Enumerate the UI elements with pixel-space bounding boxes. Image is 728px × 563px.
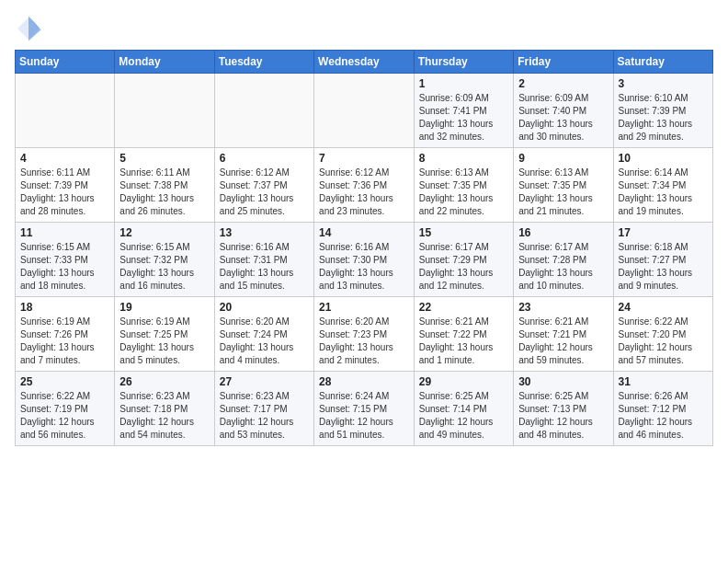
day-info: Sunrise: 6:16 AMSunset: 7:30 PMDaylight:… [319,241,409,293]
day-info: Sunrise: 6:23 AMSunset: 7:17 PMDaylight:… [220,390,309,442]
day-number: 25 [20,375,109,388]
calendar-header-friday: Friday [514,51,613,74]
calendar-cell [115,74,214,148]
day-number: 24 [619,301,709,314]
calendar-header-thursday: Thursday [414,51,513,74]
day-number: 12 [119,226,209,239]
day-info: Sunrise: 6:25 AMSunset: 7:13 PMDaylight:… [518,390,608,442]
calendar-cell: 6Sunrise: 6:12 AMSunset: 7:37 PMDaylight… [214,148,313,223]
calendar-cell: 21Sunrise: 6:20 AMSunset: 7:23 PMDayligh… [314,297,415,372]
day-info: Sunrise: 6:21 AMSunset: 7:22 PMDaylight:… [419,316,508,367]
day-info: Sunrise: 6:14 AMSunset: 7:34 PMDaylight:… [619,167,709,218]
calendar-cell: 15Sunrise: 6:17 AMSunset: 7:29 PMDayligh… [414,223,513,297]
calendar-cell: 5Sunrise: 6:11 AMSunset: 7:38 PMDaylight… [115,148,214,223]
calendar-week-row: 1Sunrise: 6:09 AMSunset: 7:41 PMDaylight… [16,74,713,148]
page-header [15,15,713,42]
calendar-cell: 31Sunrise: 6:26 AMSunset: 7:12 PMDayligh… [613,372,713,446]
day-info: Sunrise: 6:17 AMSunset: 7:29 PMDaylight:… [419,241,508,293]
day-info: Sunrise: 6:11 AMSunset: 7:39 PMDaylight:… [20,167,109,218]
day-number: 20 [220,301,309,314]
day-info: Sunrise: 6:23 AMSunset: 7:18 PMDaylight:… [119,390,209,442]
day-number: 30 [518,375,608,388]
day-info: Sunrise: 6:13 AMSunset: 7:35 PMDaylight:… [419,167,508,218]
calendar-cell: 8Sunrise: 6:13 AMSunset: 7:35 PMDaylight… [414,148,513,223]
day-info: Sunrise: 6:15 AMSunset: 7:32 PMDaylight:… [119,241,209,293]
calendar-cell: 10Sunrise: 6:14 AMSunset: 7:34 PMDayligh… [613,148,713,223]
calendar-cell: 19Sunrise: 6:19 AMSunset: 7:25 PMDayligh… [115,297,214,372]
calendar-cell: 23Sunrise: 6:21 AMSunset: 7:21 PMDayligh… [514,297,613,372]
day-number: 28 [319,375,409,388]
calendar-header-tuesday: Tuesday [214,51,313,74]
day-number: 3 [619,77,709,90]
day-info: Sunrise: 6:24 AMSunset: 7:15 PMDaylight:… [319,390,409,442]
day-info: Sunrise: 6:11 AMSunset: 7:38 PMDaylight:… [119,167,209,218]
calendar-cell: 2Sunrise: 6:09 AMSunset: 7:40 PMDaylight… [514,74,613,148]
calendar-header-wednesday: Wednesday [314,51,415,74]
calendar-cell: 12Sunrise: 6:15 AMSunset: 7:32 PMDayligh… [115,223,214,297]
day-number: 31 [619,375,709,388]
calendar-cell: 25Sunrise: 6:22 AMSunset: 7:19 PMDayligh… [16,372,115,446]
day-info: Sunrise: 6:20 AMSunset: 7:23 PMDaylight:… [319,316,409,367]
day-info: Sunrise: 6:17 AMSunset: 7:28 PMDaylight:… [518,241,608,293]
calendar-header-monday: Monday [115,51,214,74]
calendar-cell: 26Sunrise: 6:23 AMSunset: 7:18 PMDayligh… [115,372,214,446]
day-info: Sunrise: 6:22 AMSunset: 7:19 PMDaylight:… [20,390,109,442]
day-info: Sunrise: 6:12 AMSunset: 7:37 PMDaylight:… [220,167,309,218]
calendar-cell: 27Sunrise: 6:23 AMSunset: 7:17 PMDayligh… [214,372,313,446]
day-number: 18 [20,301,109,314]
day-number: 16 [518,226,608,239]
calendar-cell: 16Sunrise: 6:17 AMSunset: 7:28 PMDayligh… [514,223,613,297]
calendar-cell: 28Sunrise: 6:24 AMSunset: 7:15 PMDayligh… [314,372,415,446]
day-number: 7 [319,152,409,165]
calendar-cell [16,74,115,148]
day-number: 13 [220,226,309,239]
day-info: Sunrise: 6:09 AMSunset: 7:41 PMDaylight:… [419,92,508,144]
day-number: 2 [518,77,608,90]
calendar-cell: 17Sunrise: 6:18 AMSunset: 7:27 PMDayligh… [613,223,713,297]
logo [15,15,46,42]
calendar-cell: 20Sunrise: 6:20 AMSunset: 7:24 PMDayligh… [214,297,313,372]
day-number: 23 [518,301,608,314]
day-info: Sunrise: 6:16 AMSunset: 7:31 PMDaylight:… [220,241,309,293]
day-number: 26 [119,375,209,388]
day-number: 14 [319,226,409,239]
calendar-header-row: SundayMondayTuesdayWednesdayThursdayFrid… [16,51,713,74]
day-number: 9 [518,152,608,165]
day-info: Sunrise: 6:22 AMSunset: 7:20 PMDaylight:… [619,316,709,367]
calendar-cell: 22Sunrise: 6:21 AMSunset: 7:22 PMDayligh… [414,297,513,372]
day-number: 27 [220,375,309,388]
day-info: Sunrise: 6:19 AMSunset: 7:26 PMDaylight:… [20,316,109,367]
calendar-header-saturday: Saturday [613,51,713,74]
calendar-header-sunday: Sunday [16,51,115,74]
day-number: 4 [20,152,109,165]
day-number: 29 [419,375,508,388]
day-number: 5 [119,152,209,165]
calendar-table: SundayMondayTuesdayWednesdayThursdayFrid… [15,50,713,446]
svg-marker-1 [28,17,41,41]
day-info: Sunrise: 6:13 AMSunset: 7:35 PMDaylight:… [518,167,608,218]
day-number: 10 [619,152,709,165]
day-info: Sunrise: 6:26 AMSunset: 7:12 PMDaylight:… [619,390,709,442]
calendar-cell: 24Sunrise: 6:22 AMSunset: 7:20 PMDayligh… [613,297,713,372]
logo-icon [15,15,42,42]
calendar-week-row: 4Sunrise: 6:11 AMSunset: 7:39 PMDaylight… [16,148,713,223]
calendar-cell: 14Sunrise: 6:16 AMSunset: 7:30 PMDayligh… [314,223,415,297]
day-info: Sunrise: 6:20 AMSunset: 7:24 PMDaylight:… [220,316,309,367]
day-number: 22 [419,301,508,314]
calendar-week-row: 11Sunrise: 6:15 AMSunset: 7:33 PMDayligh… [16,223,713,297]
calendar-cell: 9Sunrise: 6:13 AMSunset: 7:35 PMDaylight… [514,148,613,223]
calendar-cell [314,74,415,148]
day-number: 11 [20,226,109,239]
day-info: Sunrise: 6:10 AMSunset: 7:39 PMDaylight:… [619,92,709,144]
day-info: Sunrise: 6:18 AMSunset: 7:27 PMDaylight:… [619,241,709,293]
day-info: Sunrise: 6:21 AMSunset: 7:21 PMDaylight:… [518,316,608,367]
calendar-cell: 18Sunrise: 6:19 AMSunset: 7:26 PMDayligh… [16,297,115,372]
day-number: 6 [220,152,309,165]
calendar-cell: 29Sunrise: 6:25 AMSunset: 7:14 PMDayligh… [414,372,513,446]
calendar-cell: 4Sunrise: 6:11 AMSunset: 7:39 PMDaylight… [16,148,115,223]
day-info: Sunrise: 6:19 AMSunset: 7:25 PMDaylight:… [119,316,209,367]
calendar-cell: 3Sunrise: 6:10 AMSunset: 7:39 PMDaylight… [613,74,713,148]
calendar-cell: 13Sunrise: 6:16 AMSunset: 7:31 PMDayligh… [214,223,313,297]
day-info: Sunrise: 6:12 AMSunset: 7:36 PMDaylight:… [319,167,409,218]
calendar-week-row: 25Sunrise: 6:22 AMSunset: 7:19 PMDayligh… [16,372,713,446]
